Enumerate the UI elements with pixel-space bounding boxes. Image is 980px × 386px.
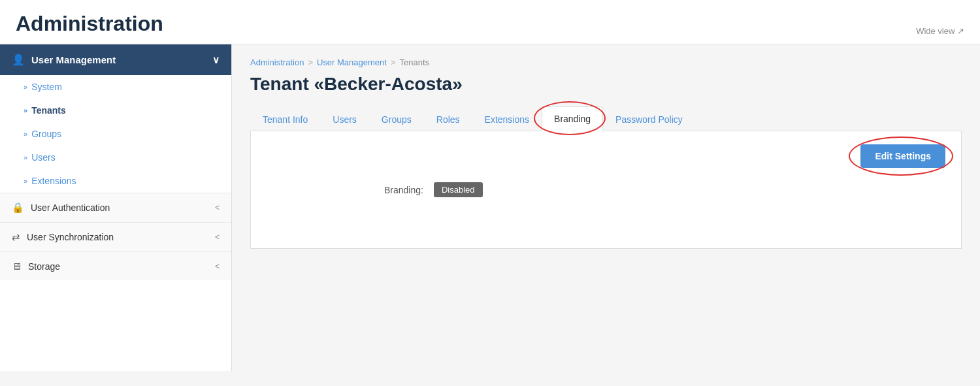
user-synchronization-header[interactable]: ⇄ User Synchronization < <box>0 223 231 251</box>
chevron-icon: » <box>24 106 27 114</box>
tab-tenant-info[interactable]: Tenant Info <box>250 107 320 131</box>
content-title: Tenant «Becker-Acosta» <box>250 74 962 95</box>
branding-status-badge: Disabled <box>434 182 483 197</box>
user-auth-icon: 🔒 <box>12 202 24 214</box>
user-sync-chevron: < <box>215 233 220 242</box>
breadcrumb: Administration > User Management > Tenan… <box>250 57 962 67</box>
sidebar-item-extensions[interactable]: » Extensions <box>0 169 231 193</box>
main-layout: 👤 User Management ∨ » System » Tenants »… <box>0 44 980 371</box>
user-auth-chevron: < <box>215 203 220 212</box>
tab-branding[interactable]: Branding <box>542 106 603 131</box>
sidebar-item-label: Users <box>31 152 56 163</box>
top-bar: Administration Wide view ↗ <box>0 0 980 44</box>
sidebar-item-system[interactable]: » System <box>0 75 231 99</box>
breadcrumb-tenants: Tenants <box>400 57 430 67</box>
user-sync-icon: ⇄ <box>12 231 20 243</box>
main-content: Administration > User Management > Tenan… <box>232 44 980 371</box>
sidebar-item-label: Groups <box>31 129 61 139</box>
user-authentication-label: User Authentication <box>31 202 110 213</box>
tab-roles[interactable]: Roles <box>424 107 472 131</box>
sidebar-item-label: Tenants <box>31 105 66 116</box>
sidebar-item-groups[interactable]: » Groups <box>0 122 231 146</box>
tab-groups[interactable]: Groups <box>369 107 424 131</box>
sidebar-item-label: System <box>31 82 62 92</box>
page-title: Administration <box>16 12 163 36</box>
user-synchronization-section: ⇄ User Synchronization < <box>0 222 231 251</box>
user-management-icon: 👤 <box>12 54 25 66</box>
user-authentication-header[interactable]: 🔒 User Authentication < <box>0 193 231 222</box>
edit-settings-wrapper: Edit Settings <box>860 144 945 168</box>
chevron-icon: » <box>24 83 27 91</box>
user-management-chevron: ∨ <box>212 54 220 66</box>
edit-settings-button[interactable]: Edit Settings <box>860 144 945 168</box>
tab-password-policy[interactable]: Password Policy <box>603 107 695 131</box>
chevron-icon: » <box>24 153 27 161</box>
storage-label: Storage <box>28 261 60 272</box>
tab-users[interactable]: Users <box>320 107 369 131</box>
user-management-label: User Management <box>31 54 116 65</box>
sidebar-user-management-header[interactable]: 👤 User Management ∨ <box>0 44 231 75</box>
content-panel: Edit Settings Branding: Disabled <box>250 131 962 249</box>
tab-bar: Tenant Info Users Groups Roles Extension… <box>250 106 962 131</box>
user-authentication-section: 🔒 User Authentication < <box>0 193 231 222</box>
breadcrumb-admin[interactable]: Administration <box>250 57 304 67</box>
storage-chevron: < <box>215 262 220 271</box>
storage-section: 🖥 Storage < <box>0 251 231 280</box>
tab-extensions[interactable]: Extensions <box>472 107 542 131</box>
storage-header[interactable]: 🖥 Storage < <box>0 252 231 280</box>
breadcrumb-user-management[interactable]: User Management <box>317 57 387 67</box>
sidebar-item-users[interactable]: » Users <box>0 146 231 169</box>
sidebar: 👤 User Management ∨ » System » Tenants »… <box>0 44 232 371</box>
tab-branding-wrapper: Branding <box>542 106 603 131</box>
chevron-icon: » <box>24 177 27 185</box>
branding-row: Branding: Disabled <box>384 182 945 197</box>
user-synchronization-label: User Synchronization <box>27 232 114 242</box>
chevron-icon: » <box>24 130 27 138</box>
storage-icon: 🖥 <box>12 261 22 272</box>
wide-view-link[interactable]: Wide view ↗ <box>916 26 964 36</box>
branding-field-label: Branding: <box>384 185 423 195</box>
sidebar-item-tenants[interactable]: » Tenants <box>0 99 231 122</box>
sidebar-item-label: Extensions <box>31 176 76 186</box>
